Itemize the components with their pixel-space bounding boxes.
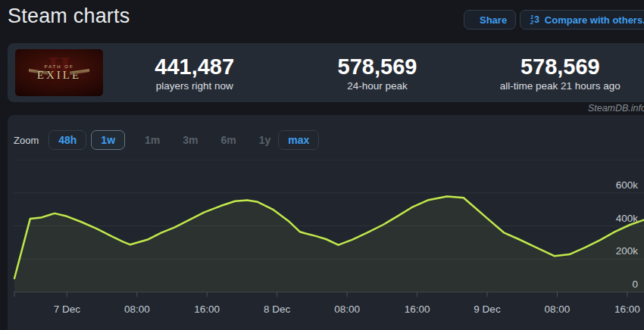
zoom-label: Zoom — [14, 135, 39, 146]
x-axis-label-16:00: 16:00 — [194, 304, 220, 315]
compare-button-label: Compare with others... — [545, 14, 644, 26]
series-area-fill — [14, 196, 644, 292]
chart-card: Zoom 48h1w1m3m6m1ymax 7 Dec08:0016:008 D… — [8, 115, 644, 330]
zoom-option-48h[interactable]: 48h — [48, 130, 86, 150]
stat-label: 24-hour peak — [286, 80, 468, 92]
zoom-option-1y: 1y — [256, 134, 274, 146]
stat-label: all-time peak 21 hours ago — [469, 80, 644, 92]
zoom-option-max[interactable]: max — [278, 130, 319, 150]
y-axis-label-200k: 200k — [616, 245, 639, 257]
x-axis-label-8 Dec: 8 Dec — [264, 304, 291, 315]
stats-panel: II PATH OF EXILE 441,487 players right n… — [8, 43, 644, 102]
x-axis-label-7 Dec: 7 Dec — [54, 304, 81, 315]
stat-value: 578,569 — [469, 54, 644, 79]
numbered-list-icon: 1 2 3 — [530, 14, 539, 25]
game-capsule-image[interactable]: II PATH OF EXILE — [15, 49, 103, 96]
stat-value: 441,487 — [103, 54, 286, 79]
stat-players-right-now: 441,487 players right now — [103, 54, 286, 92]
x-axis-label-16:00: 16:00 — [405, 304, 430, 315]
x-axis-label-08:00: 08:00 — [545, 304, 571, 315]
steamdb-watermark: SteamDB.info — [588, 103, 644, 114]
y-axis-label-0: 0 — [632, 279, 638, 290]
page-title: Steam charts — [8, 5, 130, 28]
players-line-chart[interactable]: 7 Dec08:0016:008 Dec08:0016:009 Dec08:00… — [14, 160, 644, 320]
game-logo-line2: EXILE — [15, 69, 103, 82]
share-button[interactable]: Share — [464, 10, 516, 30]
share-button-label: Share — [480, 14, 507, 26]
compare-with-others-button[interactable]: 1 2 3 Compare with others... — [520, 10, 644, 30]
x-axis-label-16:00: 16:00 — [614, 304, 640, 315]
zoom-option-3m: 3m — [180, 134, 201, 146]
stat-24h-peak: 578,569 24-hour peak — [286, 54, 468, 92]
x-axis-label-08:00: 08:00 — [124, 304, 150, 315]
chart-zoom-controls: Zoom 48h1w1m3m6m1ymax — [14, 130, 319, 150]
zoom-option-1m: 1m — [142, 134, 163, 146]
zoom-option-6m: 6m — [218, 134, 239, 146]
x-axis-label-08:00: 08:00 — [334, 304, 360, 315]
y-axis-label-600k: 600k — [616, 179, 639, 191]
y-axis-label-400k: 400k — [616, 213, 639, 224]
stat-label: players right now — [103, 80, 286, 92]
x-axis-label-9 Dec: 9 Dec — [474, 304, 501, 315]
zoom-option-1w[interactable]: 1w — [91, 130, 125, 150]
stats-columns: 441,487 players right now 578,569 24-hou… — [103, 54, 644, 92]
stat-alltime-peak: 578,569 all-time peak 21 hours ago — [469, 54, 644, 92]
stat-value: 578,569 — [286, 54, 468, 79]
